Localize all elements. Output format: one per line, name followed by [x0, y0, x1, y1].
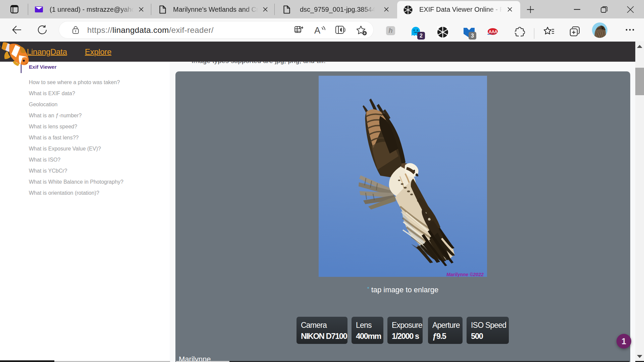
svg-text:AAA: AAA: [489, 29, 497, 34]
svg-text:A: A: [314, 26, 320, 35]
svg-text:Marilynne ©2022: Marilynne ©2022: [446, 272, 484, 277]
